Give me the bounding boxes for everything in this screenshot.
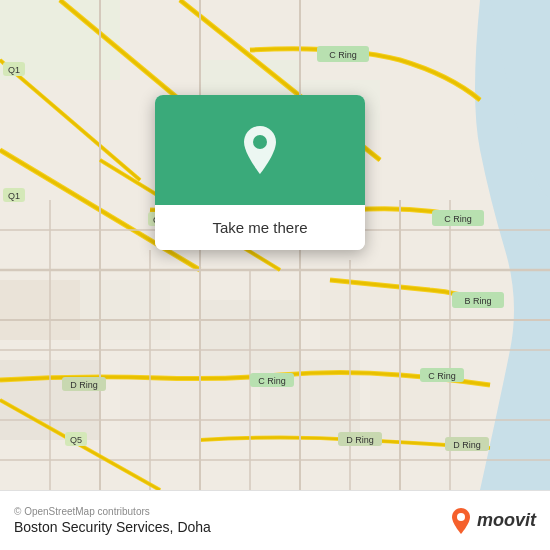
- svg-rect-9: [120, 360, 250, 440]
- svg-text:D Ring: D Ring: [70, 380, 98, 390]
- svg-rect-4: [0, 280, 80, 340]
- svg-text:B Ring: B Ring: [464, 296, 491, 306]
- location-name: Boston Security Services, Doha: [14, 519, 211, 535]
- location-pin-icon: [238, 124, 282, 176]
- svg-text:Q1: Q1: [8, 191, 20, 201]
- moovit-brand-text: moovit: [477, 510, 536, 531]
- location-popup: Take me there: [155, 95, 365, 250]
- button-label: Take me there: [212, 219, 307, 236]
- svg-text:C Ring: C Ring: [444, 214, 472, 224]
- svg-text:C Ring: C Ring: [258, 376, 286, 386]
- location-info: © OpenStreetMap contributors Boston Secu…: [14, 506, 211, 535]
- svg-text:Q1: Q1: [8, 65, 20, 75]
- svg-text:Q5: Q5: [70, 435, 82, 445]
- svg-text:D Ring: D Ring: [346, 435, 374, 445]
- popup-header: [155, 95, 365, 205]
- map-container: C Ring Q1 Q1 Q3 C Ring B Ring D Ring C R…: [0, 0, 550, 490]
- svg-point-63: [253, 135, 267, 149]
- copyright-text: © OpenStreetMap contributors: [14, 506, 211, 517]
- svg-text:C Ring: C Ring: [329, 50, 357, 60]
- svg-text:D Ring: D Ring: [453, 440, 481, 450]
- moovit-pin-icon: [449, 507, 473, 535]
- svg-rect-5: [80, 280, 170, 340]
- bottom-bar: © OpenStreetMap contributors Boston Secu…: [0, 490, 550, 550]
- take-me-there-button[interactable]: Take me there: [155, 205, 365, 250]
- svg-text:C Ring: C Ring: [428, 371, 456, 381]
- moovit-logo: moovit: [449, 507, 536, 535]
- svg-point-64: [457, 513, 465, 521]
